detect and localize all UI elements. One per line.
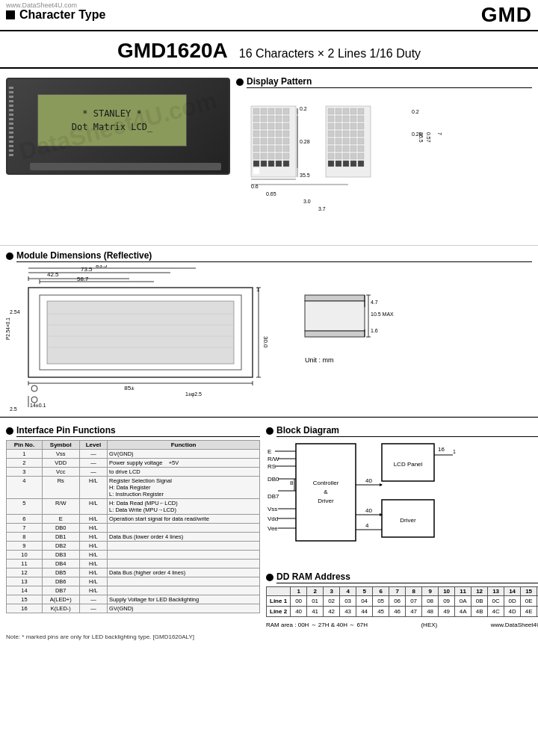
ddram-header: DD RAM Address bbox=[266, 571, 538, 583]
svg-rect-31 bbox=[253, 153, 259, 159]
svg-text:10.5 MAX: 10.5 MAX bbox=[371, 312, 394, 317]
section-dot-icon4 bbox=[266, 427, 273, 435]
svg-rect-11 bbox=[253, 123, 259, 129]
svg-text:40: 40 bbox=[365, 507, 372, 514]
table-row: 5R/WH/LH: Data Read (MPU←LCD) L: Data Wr… bbox=[7, 499, 260, 515]
display-pattern-header: Display Pattern bbox=[236, 76, 532, 88]
lcd-image-container: * STANLEY * Dot Matrix LCD_ DataSheet4U.… bbox=[6, 72, 230, 181]
svg-rect-4 bbox=[276, 108, 282, 114]
section-dot-icon3 bbox=[6, 427, 13, 435]
svg-text:35.5: 35.5 bbox=[300, 173, 310, 178]
svg-rect-29 bbox=[276, 146, 282, 152]
svg-rect-66 bbox=[343, 131, 349, 137]
svg-text:Driver: Driver bbox=[318, 498, 334, 504]
section-dot-icon bbox=[236, 78, 244, 86]
lcd-pins bbox=[9, 87, 13, 156]
table-row: 15A(LED+)—Supply Voltage for LED Backlig… bbox=[7, 595, 260, 604]
svg-rect-73 bbox=[358, 138, 364, 144]
ddram-row: Line 2404142434445464748494A4B4C4D4E4F bbox=[267, 607, 539, 617]
svg-rect-86 bbox=[343, 161, 349, 167]
interface-title: Interface Pin Functions bbox=[16, 425, 260, 437]
svg-rect-36 bbox=[253, 161, 259, 167]
svg-rect-9 bbox=[276, 116, 282, 122]
col-function: Function bbox=[108, 441, 260, 450]
svg-rect-78 bbox=[358, 146, 364, 152]
svg-text:4.7: 4.7 bbox=[371, 300, 378, 305]
table-row: 12DB5H/LData Bus (higher order 4 lines) bbox=[7, 568, 260, 577]
svg-text:RS: RS bbox=[268, 463, 276, 470]
pin-connector bbox=[9, 131, 13, 134]
interface-section: Interface Pin Functions Pin No. Symbol L… bbox=[6, 421, 260, 629]
module-dimensions-title: Module Dimensions (Reflective) bbox=[16, 250, 532, 262]
svg-text:0.57: 0.57 bbox=[426, 132, 431, 143]
table-row: 13DB6H/L bbox=[7, 577, 260, 586]
module-dimensions-section: Module Dimensions (Reflective) bbox=[0, 250, 538, 417]
top-row: * STANLEY * Dot Matrix LCD_ DataSheet4U.… bbox=[0, 69, 538, 246]
svg-point-108 bbox=[31, 397, 37, 403]
front-view-diagram: 42.5 73.5 83.5 58.7 1 P2.54×0.1 bbox=[6, 265, 275, 416]
svg-text:8: 8 bbox=[290, 480, 294, 486]
svg-rect-22 bbox=[261, 138, 267, 144]
block-section: Block Diagram E R/W RS DB0 DB7 8 bbox=[266, 421, 538, 629]
watermark-url: www.DataSheet4U.com bbox=[6, 1, 77, 9]
svg-text:DB7: DB7 bbox=[268, 493, 279, 500]
bottom-section: Interface Pin Functions Pin No. Symbol L… bbox=[0, 417, 538, 632]
svg-point-107 bbox=[31, 385, 37, 391]
svg-rect-87 bbox=[350, 161, 356, 167]
svg-rect-23 bbox=[268, 138, 274, 144]
table-row: 11DB4H/L bbox=[7, 560, 260, 568]
svg-rect-81 bbox=[343, 153, 349, 159]
table-row: 16K(LED-)—GV(GND) bbox=[7, 604, 260, 613]
col-symbol: Symbol bbox=[42, 441, 79, 450]
footer-note: Note: * marked pins are only for LED bac… bbox=[0, 632, 538, 642]
svg-text:3.0: 3.0 bbox=[303, 199, 311, 204]
svg-rect-85 bbox=[336, 161, 341, 167]
svg-rect-84 bbox=[328, 161, 334, 167]
svg-text:73.5: 73.5 bbox=[81, 266, 93, 273]
svg-rect-77 bbox=[350, 146, 356, 152]
table-row: 9DB2H/L bbox=[7, 542, 260, 551]
side-view-svg: 10.5 MAX 4.7 1.6 Unit : mm bbox=[282, 265, 432, 415]
svg-text:42.5: 42.5 bbox=[47, 271, 59, 278]
svg-text:Vss: Vss bbox=[268, 506, 277, 512]
svg-text:Controller: Controller bbox=[313, 480, 339, 486]
svg-rect-38 bbox=[268, 161, 274, 167]
svg-text:P2.54×0.1: P2.54×0.1 bbox=[6, 317, 10, 340]
module-dimensions-header: Module Dimensions (Reflective) bbox=[6, 250, 532, 262]
pin-connector bbox=[9, 123, 13, 125]
svg-rect-20 bbox=[283, 131, 289, 137]
svg-rect-2 bbox=[261, 108, 267, 114]
product-spec: 16 Characters × 2 Lines 1/16 Duty bbox=[239, 47, 421, 60]
svg-rect-62 bbox=[350, 123, 356, 129]
svg-text:1.6: 1.6 bbox=[371, 328, 378, 333]
pin-connector bbox=[9, 109, 13, 111]
svg-text:0.2: 0.2 bbox=[412, 109, 419, 114]
svg-rect-34 bbox=[276, 153, 282, 159]
svg-rect-63 bbox=[358, 123, 364, 129]
svg-rect-74 bbox=[328, 146, 334, 152]
svg-rect-65 bbox=[336, 131, 341, 137]
svg-text:1: 1 bbox=[256, 286, 260, 293]
lcd-image: * STANLEY * Dot Matrix LCD_ DataSheet4U.… bbox=[6, 78, 230, 175]
pin-connector bbox=[9, 154, 13, 156]
pin-connector bbox=[9, 127, 13, 129]
svg-text:1±φ2.5: 1±φ2.5 bbox=[185, 391, 202, 397]
svg-rect-57 bbox=[350, 116, 356, 122]
svg-rect-56 bbox=[343, 116, 349, 122]
svg-rect-35 bbox=[283, 153, 289, 159]
pin-connector bbox=[9, 118, 13, 120]
svg-rect-17 bbox=[261, 131, 267, 137]
svg-rect-16 bbox=[253, 131, 259, 137]
header-left: www.DataSheet4U.com Character Type bbox=[6, 8, 105, 22]
svg-rect-54 bbox=[328, 116, 334, 122]
svg-rect-60 bbox=[336, 123, 341, 129]
display-pattern-svg: 0.2 0.28 35.5 bbox=[236, 91, 505, 241]
svg-rect-5 bbox=[283, 108, 289, 114]
svg-rect-32 bbox=[261, 153, 267, 159]
svg-text:14±0.1: 14±0.1 bbox=[30, 403, 46, 408]
table-row: 4RsH/LRegister Selection Signal H: Data … bbox=[7, 477, 260, 499]
svg-rect-70 bbox=[336, 138, 341, 144]
pin-connector bbox=[9, 140, 13, 143]
svg-text:E: E bbox=[268, 448, 271, 455]
svg-text:7: 7 bbox=[437, 132, 442, 135]
